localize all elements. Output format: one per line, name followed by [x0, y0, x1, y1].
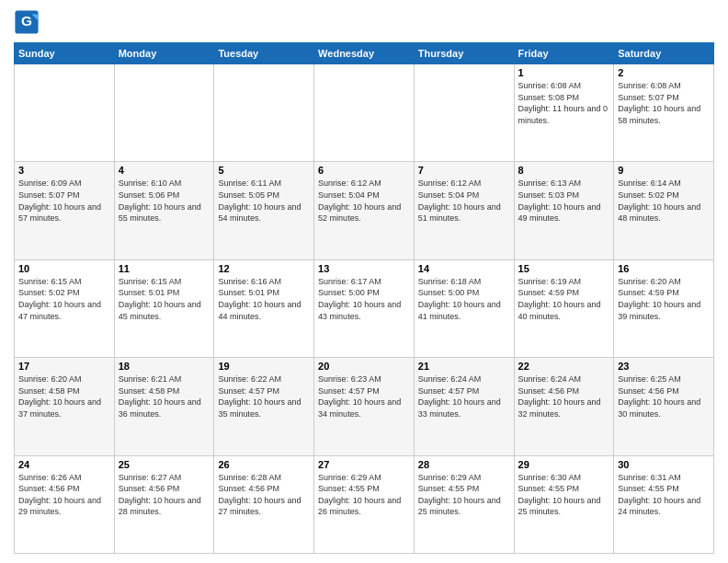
- svg-text:G: G: [21, 13, 32, 29]
- calendar-page: G SundayMondayTuesdayWednesdayThursdayFr…: [0, 0, 728, 563]
- day-info: Sunrise: 6:11 AM Sunset: 5:05 PM Dayligh…: [218, 178, 310, 224]
- day-number: 8: [518, 165, 610, 176]
- day-cell: 25Sunrise: 6:27 AM Sunset: 4:56 PM Dayli…: [114, 455, 214, 553]
- day-number: 10: [18, 263, 110, 274]
- day-number: 11: [119, 263, 210, 274]
- day-number: 7: [418, 165, 510, 176]
- day-cell: 23Sunrise: 6:25 AM Sunset: 4:56 PM Dayli…: [614, 358, 714, 455]
- day-cell: 26Sunrise: 6:28 AM Sunset: 4:56 PM Dayli…: [214, 455, 314, 553]
- day-cell: 1Sunrise: 6:08 AM Sunset: 5:08 PM Daylig…: [514, 64, 614, 162]
- day-cell: 18Sunrise: 6:21 AM Sunset: 4:58 PM Dayli…: [114, 358, 214, 455]
- day-cell: 22Sunrise: 6:24 AM Sunset: 4:56 PM Dayli…: [514, 358, 614, 455]
- weekday-sunday: Sunday: [15, 43, 115, 64]
- day-info: Sunrise: 6:28 AM Sunset: 4:56 PM Dayligh…: [218, 472, 310, 518]
- day-cell: [414, 64, 514, 162]
- weekday-tuesday: Tuesday: [214, 43, 314, 64]
- day-cell: 9Sunrise: 6:14 AM Sunset: 5:02 PM Daylig…: [614, 162, 714, 259]
- day-cell: 14Sunrise: 6:18 AM Sunset: 5:00 PM Dayli…: [414, 259, 514, 357]
- header: G: [14, 9, 714, 35]
- day-info: Sunrise: 6:17 AM Sunset: 5:00 PM Dayligh…: [318, 276, 410, 322]
- day-cell: [314, 64, 415, 162]
- day-number: 2: [618, 67, 710, 78]
- day-info: Sunrise: 6:09 AM Sunset: 5:07 PM Dayligh…: [18, 178, 110, 224]
- day-number: 20: [318, 361, 410, 372]
- day-info: Sunrise: 6:13 AM Sunset: 5:03 PM Dayligh…: [518, 178, 610, 224]
- day-number: 22: [518, 361, 610, 372]
- day-cell: 6Sunrise: 6:12 AM Sunset: 5:04 PM Daylig…: [314, 162, 415, 259]
- day-cell: [214, 64, 314, 162]
- day-number: 14: [418, 263, 510, 274]
- day-number: 12: [218, 263, 310, 274]
- day-number: 9: [618, 165, 710, 176]
- day-info: Sunrise: 6:08 AM Sunset: 5:07 PM Dayligh…: [618, 80, 710, 126]
- day-cell: 27Sunrise: 6:29 AM Sunset: 4:55 PM Dayli…: [314, 455, 415, 553]
- day-number: 17: [18, 361, 110, 372]
- day-number: 21: [418, 361, 510, 372]
- day-info: Sunrise: 6:20 AM Sunset: 4:59 PM Dayligh…: [618, 276, 710, 322]
- day-info: Sunrise: 6:16 AM Sunset: 5:01 PM Dayligh…: [218, 276, 310, 322]
- day-cell: 13Sunrise: 6:17 AM Sunset: 5:00 PM Dayli…: [314, 259, 415, 357]
- day-cell: 17Sunrise: 6:20 AM Sunset: 4:58 PM Dayli…: [15, 358, 115, 455]
- day-info: Sunrise: 6:29 AM Sunset: 4:55 PM Dayligh…: [418, 472, 510, 518]
- day-number: 13: [318, 263, 410, 274]
- day-number: 27: [318, 459, 410, 470]
- week-row-4: 17Sunrise: 6:20 AM Sunset: 4:58 PM Dayli…: [15, 358, 714, 455]
- weekday-header-row: SundayMondayTuesdayWednesdayThursdayFrid…: [15, 43, 714, 64]
- day-info: Sunrise: 6:26 AM Sunset: 4:56 PM Dayligh…: [18, 472, 110, 518]
- week-row-1: 1Sunrise: 6:08 AM Sunset: 5:08 PM Daylig…: [15, 64, 714, 162]
- day-number: 4: [119, 165, 210, 176]
- day-number: 28: [418, 459, 510, 470]
- day-cell: 28Sunrise: 6:29 AM Sunset: 4:55 PM Dayli…: [414, 455, 514, 553]
- weekday-saturday: Saturday: [614, 43, 714, 64]
- day-cell: 19Sunrise: 6:22 AM Sunset: 4:57 PM Dayli…: [214, 358, 314, 455]
- day-cell: 20Sunrise: 6:23 AM Sunset: 4:57 PM Dayli…: [314, 358, 415, 455]
- day-number: 19: [218, 361, 310, 372]
- day-info: Sunrise: 6:24 AM Sunset: 4:56 PM Dayligh…: [518, 373, 610, 419]
- calendar-table: SundayMondayTuesdayWednesdayThursdayFrid…: [14, 42, 714, 554]
- day-info: Sunrise: 6:27 AM Sunset: 4:56 PM Dayligh…: [119, 472, 210, 518]
- day-info: Sunrise: 6:10 AM Sunset: 5:06 PM Dayligh…: [119, 178, 210, 224]
- weekday-friday: Friday: [514, 43, 614, 64]
- day-number: 25: [119, 459, 210, 470]
- week-row-5: 24Sunrise: 6:26 AM Sunset: 4:56 PM Dayli…: [15, 455, 714, 553]
- day-cell: 11Sunrise: 6:15 AM Sunset: 5:01 PM Dayli…: [114, 259, 214, 357]
- day-number: 1: [518, 67, 610, 78]
- day-info: Sunrise: 6:31 AM Sunset: 4:55 PM Dayligh…: [618, 472, 710, 518]
- day-info: Sunrise: 6:12 AM Sunset: 5:04 PM Dayligh…: [318, 178, 410, 224]
- logo: G: [14, 9, 41, 35]
- day-number: 6: [318, 165, 410, 176]
- day-info: Sunrise: 6:23 AM Sunset: 4:57 PM Dayligh…: [318, 373, 410, 419]
- day-cell: 16Sunrise: 6:20 AM Sunset: 4:59 PM Dayli…: [614, 259, 714, 357]
- day-number: 24: [18, 459, 110, 470]
- day-number: 18: [119, 361, 210, 372]
- weekday-monday: Monday: [114, 43, 214, 64]
- day-info: Sunrise: 6:15 AM Sunset: 5:01 PM Dayligh…: [119, 276, 210, 322]
- day-info: Sunrise: 6:08 AM Sunset: 5:08 PM Dayligh…: [518, 80, 610, 126]
- day-info: Sunrise: 6:29 AM Sunset: 4:55 PM Dayligh…: [318, 472, 410, 518]
- day-cell: 12Sunrise: 6:16 AM Sunset: 5:01 PM Dayli…: [214, 259, 314, 357]
- day-number: 5: [218, 165, 310, 176]
- week-row-2: 3Sunrise: 6:09 AM Sunset: 5:07 PM Daylig…: [15, 162, 714, 259]
- day-cell: 29Sunrise: 6:30 AM Sunset: 4:55 PM Dayli…: [514, 455, 614, 553]
- logo-icon: G: [14, 9, 40, 35]
- week-row-3: 10Sunrise: 6:15 AM Sunset: 5:02 PM Dayli…: [15, 259, 714, 357]
- day-cell: [114, 64, 214, 162]
- day-info: Sunrise: 6:12 AM Sunset: 5:04 PM Dayligh…: [418, 178, 510, 224]
- day-cell: 3Sunrise: 6:09 AM Sunset: 5:07 PM Daylig…: [15, 162, 115, 259]
- day-cell: [15, 64, 115, 162]
- day-cell: 5Sunrise: 6:11 AM Sunset: 5:05 PM Daylig…: [214, 162, 314, 259]
- day-cell: 30Sunrise: 6:31 AM Sunset: 4:55 PM Dayli…: [614, 455, 714, 553]
- day-cell: 2Sunrise: 6:08 AM Sunset: 5:07 PM Daylig…: [614, 64, 714, 162]
- day-number: 30: [618, 459, 710, 470]
- day-cell: 21Sunrise: 6:24 AM Sunset: 4:57 PM Dayli…: [414, 358, 514, 455]
- day-info: Sunrise: 6:30 AM Sunset: 4:55 PM Dayligh…: [518, 472, 610, 518]
- day-number: 26: [218, 459, 310, 470]
- day-number: 3: [18, 165, 110, 176]
- day-number: 16: [618, 263, 710, 274]
- day-number: 15: [518, 263, 610, 274]
- day-info: Sunrise: 6:24 AM Sunset: 4:57 PM Dayligh…: [418, 373, 510, 419]
- day-info: Sunrise: 6:21 AM Sunset: 4:58 PM Dayligh…: [119, 373, 210, 419]
- weekday-wednesday: Wednesday: [314, 43, 415, 64]
- day-info: Sunrise: 6:25 AM Sunset: 4:56 PM Dayligh…: [618, 373, 710, 419]
- day-info: Sunrise: 6:22 AM Sunset: 4:57 PM Dayligh…: [218, 373, 310, 419]
